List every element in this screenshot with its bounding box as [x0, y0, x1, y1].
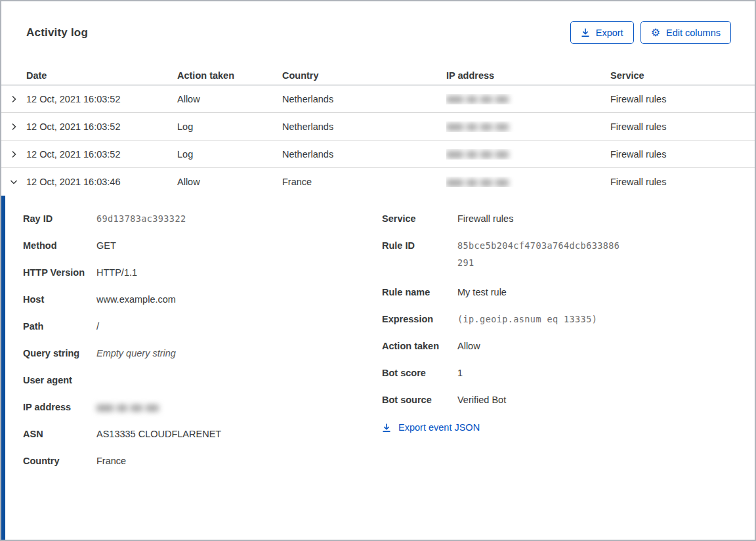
- detail-row: Query stringEmpty query string: [23, 347, 382, 359]
- detail-row: ASNAS13335 CLOUDFLARENET: [23, 428, 382, 440]
- detail-row: Ray ID69d13783ac393322: [23, 213, 382, 225]
- row-action-taken: Log: [177, 149, 282, 160]
- table-row[interactable]: 12 Oct, 2021 16:03:52LogNetherlandsFirew…: [1, 141, 755, 168]
- column-header: Service: [610, 70, 755, 81]
- detail-value: Verified Bot: [457, 394, 742, 406]
- row-action-taken: Allow: [177, 177, 282, 187]
- detail-label: Rule ID: [382, 240, 457, 271]
- table-row[interactable]: 12 Oct, 2021 16:03:46AllowFranceFirewall…: [1, 168, 755, 196]
- table-row[interactable]: 12 Oct, 2021 16:03:52AllowNetherlandsFir…: [1, 85, 755, 113]
- redacted-ip-blob: [446, 123, 509, 131]
- detail-row: User agent: [23, 374, 382, 386]
- detail-value: HTTP/1.1: [96, 267, 382, 278]
- detail-value: Firewall rules: [457, 213, 742, 225]
- detail-value: 69d13783ac393322: [96, 213, 382, 225]
- detail-value: 85bce5b204cf4703a764dcb633886291: [457, 237, 621, 271]
- redacted-ip-blob: [446, 96, 509, 103]
- edit-columns-button[interactable]: ⚙ Edit columns: [640, 21, 731, 44]
- detail-label: Host: [23, 293, 96, 305]
- redacted-ip-blob: [446, 179, 509, 186]
- detail-value: /: [96, 320, 382, 332]
- chevron-right-icon[interactable]: [1, 122, 26, 131]
- detail-row: CountryFrance: [23, 455, 382, 467]
- chevron-right-icon[interactable]: [1, 95, 26, 104]
- activity-log-panel: Activity log Export ⚙ Edit columns DateA…: [0, 0, 756, 541]
- detail-value: 1: [457, 367, 742, 379]
- export-button-label: Export: [596, 28, 623, 38]
- detail-value: Empty query string: [96, 347, 382, 359]
- row-country: Netherlands: [282, 94, 446, 104]
- column-header: Action taken: [177, 70, 282, 81]
- table-row[interactable]: 12 Oct, 2021 16:03:52LogNetherlandsFirew…: [1, 113, 755, 141]
- detail-label: Service: [382, 213, 457, 225]
- detail-label: Query string: [23, 347, 96, 359]
- chevron-down-icon[interactable]: [1, 177, 26, 186]
- edit-columns-button-label: Edit columns: [666, 28, 721, 38]
- detail-column-left: Ray ID69d13783ac393322MethodGETHTTP Vers…: [23, 213, 382, 540]
- detail-row: MethodGET: [23, 240, 382, 251]
- row-service: Firewall rules: [610, 94, 755, 104]
- event-detail-panel: Ray ID69d13783ac393322MethodGETHTTP Vers…: [1, 196, 755, 540]
- detail-value: www.example.com: [96, 293, 382, 305]
- detail-row: IP address: [23, 401, 382, 413]
- panel-header: Activity log Export ⚙ Edit columns: [1, 1, 755, 44]
- row-ip-address: [446, 177, 610, 187]
- row-ip-address: [446, 121, 610, 132]
- row-service: Firewall rules: [610, 177, 755, 187]
- detail-label: Country: [23, 455, 96, 467]
- export-button[interactable]: Export: [570, 21, 634, 44]
- detail-value: My test rule: [457, 286, 742, 298]
- column-header: Country: [282, 70, 446, 81]
- row-date: 12 Oct, 2021 16:03:46: [26, 177, 177, 187]
- table-body: 12 Oct, 2021 16:03:52AllowNetherlandsFir…: [1, 85, 755, 196]
- row-service: Firewall rules: [610, 149, 755, 160]
- row-action-taken: Log: [177, 121, 282, 132]
- export-event-json-link[interactable]: Export event JSON: [382, 422, 480, 433]
- detail-label: Rule name: [382, 286, 457, 298]
- detail-label: HTTP Version: [23, 267, 96, 278]
- row-date: 12 Oct, 2021 16:03:52: [26, 94, 177, 104]
- detail-label: Expression: [382, 313, 457, 325]
- download-icon: [581, 28, 590, 37]
- detail-row: Hostwww.example.com: [23, 293, 382, 305]
- detail-label: IP address: [23, 401, 96, 413]
- page-title: Activity log: [26, 26, 88, 39]
- detail-row: Expression(ip.geoip.asnum eq 13335): [382, 313, 742, 325]
- detail-row: Rule nameMy test rule: [382, 286, 742, 298]
- detail-value: GET: [96, 240, 382, 251]
- row-service: Firewall rules: [610, 121, 755, 132]
- header-actions: Export ⚙ Edit columns: [570, 21, 731, 44]
- redacted-user-agent: [96, 374, 382, 386]
- detail-value: Allow: [457, 340, 742, 352]
- export-event-json-label: Export event JSON: [398, 422, 480, 433]
- detail-value: AS13335 CLOUDFLARENET: [96, 428, 382, 440]
- detail-row: ServiceFirewall rules: [382, 213, 742, 225]
- row-country: Netherlands: [282, 149, 446, 160]
- detail-row: Path/: [23, 320, 382, 332]
- detail-row: HTTP VersionHTTP/1.1: [23, 267, 382, 278]
- redacted-ip-value: [96, 401, 382, 413]
- detail-row: Bot sourceVerified Bot: [382, 394, 742, 406]
- detail-column-right: ServiceFirewall rulesRule ID85bce5b204cf…: [382, 213, 742, 540]
- gear-icon: ⚙: [651, 28, 660, 38]
- table-header-row: DateAction takenCountryIP addressService: [1, 66, 755, 85]
- detail-row: Bot score1: [382, 367, 742, 379]
- detail-row: Rule ID85bce5b204cf4703a764dcb633886291: [382, 240, 742, 271]
- row-country: France: [282, 177, 446, 187]
- row-date: 12 Oct, 2021 16:03:52: [26, 121, 177, 132]
- redacted-ip-blob: [96, 404, 159, 412]
- row-country: Netherlands: [282, 121, 446, 132]
- row-date: 12 Oct, 2021 16:03:52: [26, 149, 177, 160]
- row-action-taken: Allow: [177, 94, 282, 104]
- redacted-ip-blob: [446, 151, 509, 158]
- detail-label: ASN: [23, 428, 96, 440]
- download-icon: [382, 423, 391, 433]
- detail-value: (ip.geoip.asnum eq 13335): [457, 313, 742, 325]
- detail-label: Action taken: [382, 340, 457, 352]
- row-ip-address: [446, 149, 610, 160]
- detail-label: Method: [23, 240, 96, 251]
- detail-label: Path: [23, 320, 96, 332]
- chevron-right-icon[interactable]: [1, 150, 26, 159]
- column-header: IP address: [446, 70, 610, 81]
- detail-row: Action takenAllow: [382, 340, 742, 352]
